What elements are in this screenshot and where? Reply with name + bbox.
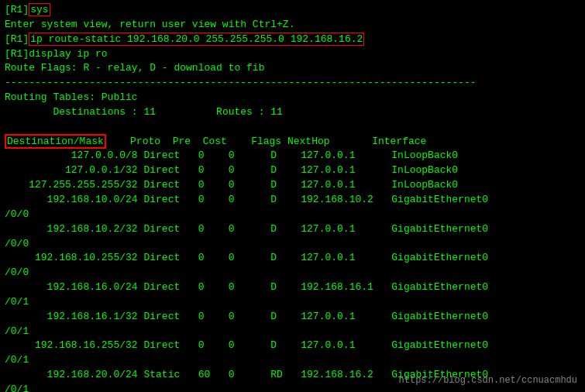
dest-mask-header-box: Destination/Mask	[5, 134, 106, 149]
routes-value: 11	[270, 106, 283, 118]
iproute-command-box: ip route-static 192.168.20.0 255.255.255…	[29, 33, 364, 46]
table-row-cont: /0/1	[5, 353, 580, 368]
table-row-cont: /0/1	[5, 325, 580, 339]
pre-header: Pre	[173, 136, 191, 147]
proto-header: Proto	[130, 136, 160, 147]
line-separator: ----------------------------------------…	[5, 76, 580, 91]
cmd2-prefix: [R1]	[5, 33, 29, 45]
table-header-row: Destination/Mask Proto Pre Cost Flags Ne…	[5, 135, 580, 150]
table-row-cont: /0/1	[5, 295, 580, 310]
line-display: [R1]display ip ro	[5, 47, 580, 62]
table-row-cont: /0/0	[5, 208, 580, 222]
line-info: Enter system view, return user view with…	[5, 18, 580, 33]
table-row: 192.168.10.255/32 Direct 0 0 D 127.0.0.1…	[5, 251, 580, 266]
prompt1: [R1]	[5, 4, 29, 15]
watermark: https://blog.csdn.net/ccnuacmhdu	[399, 375, 577, 386]
line-routing-tables: Routing Tables: Public	[5, 91, 580, 105]
line-prompt-sys: [R1]sys	[5, 3, 580, 18]
interface-header: Interface	[372, 136, 426, 147]
table-row: 127.0.0.0/8 Direct 0 0 D 127.0.0.1 InLoo…	[5, 149, 580, 163]
line-dest-routes: Destinations : 11 Routes : 11	[5, 105, 580, 120]
destinations-label: Destinations	[53, 106, 126, 118]
nexthop-header: NextHop	[287, 136, 330, 147]
line-iproute: [R1]ip route-static 192.168.20.0 255.255…	[5, 33, 580, 47]
table-row-cont: /0/0	[5, 266, 580, 280]
blank-line	[5, 120, 580, 135]
table-row: 192.168.16.1/32 Direct 0 0 D 127.0.0.1 G…	[5, 310, 580, 325]
line-flags: Route Flags: R - relay, D - download to …	[5, 61, 580, 76]
table-row: 192.168.10.2/32 Direct 0 0 D 127.0.0.1 G…	[5, 222, 580, 237]
table-row: 127.0.0.1/32 Direct 0 0 D 127.0.0.1 InLo…	[5, 163, 580, 178]
table-row: 192.168.10.0/24 Direct 0 0 D 192.168.10.…	[5, 193, 580, 208]
sys-command-box: sys	[29, 3, 50, 16]
destinations-value: 11	[143, 106, 156, 118]
table-row: 192.168.16.0/24 Direct 0 0 D 192.168.16.…	[5, 280, 580, 295]
cost-header: Cost	[203, 136, 227, 147]
route-table-body: 127.0.0.0/8 Direct 0 0 D 127.0.0.1 InLoo…	[5, 149, 580, 392]
table-row-cont: /0/0	[5, 237, 580, 252]
flags-header: Flags	[251, 136, 281, 147]
table-row: 127.255.255.255/32 Direct 0 0 D 127.0.0.…	[5, 178, 580, 193]
terminal: [R1]sys Enter system view, return user v…	[5, 3, 580, 389]
routes-label: Routes	[216, 106, 253, 118]
table-row: 192.168.16.255/32 Direct 0 0 D 127.0.0.1…	[5, 339, 580, 353]
